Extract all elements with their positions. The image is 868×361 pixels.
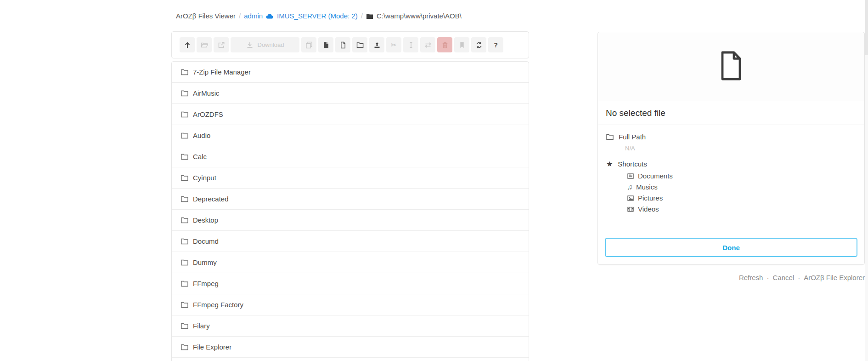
file-properties: Full Path N/A ★ Shortcuts Documents ♫ Mu…: [598, 125, 864, 213]
upload-button[interactable]: [369, 37, 384, 52]
file-row[interactable]: File Explorer: [172, 337, 529, 358]
file-row[interactable]: Filary: [172, 315, 529, 337]
delete-button[interactable]: [437, 37, 452, 52]
dot-separator: ·: [767, 274, 769, 281]
refresh-button[interactable]: [471, 37, 486, 52]
shortcut-pictures[interactable]: Pictures: [627, 194, 856, 202]
file-row[interactable]: Calc: [172, 146, 529, 167]
file-row[interactable]: AirMusic: [172, 83, 529, 104]
breadcrumb-separator: /: [239, 12, 241, 20]
folder-icon: [181, 90, 188, 97]
clone-button[interactable]: [301, 37, 316, 52]
new-file-button[interactable]: [335, 37, 350, 52]
folder-icon: [181, 153, 188, 160]
go-up-button[interactable]: [180, 37, 195, 52]
arrow-up-icon: [184, 41, 191, 49]
file-row[interactable]: Audio: [172, 125, 529, 146]
footer-links: Refresh · Cancel · ArOZβ File Explorer: [739, 274, 865, 281]
open-button[interactable]: [197, 37, 212, 52]
file-name: Calc: [193, 153, 207, 160]
file-explorer-link[interactable]: ArOZβ File Explorer: [804, 274, 865, 281]
file-name: Documd: [193, 237, 219, 245]
cut-button[interactable]: ✂: [386, 37, 401, 52]
file-name: AirMusic: [193, 89, 220, 97]
scissors-icon: ✂: [391, 41, 397, 48]
folder-icon: [606, 133, 614, 140]
shortcut-videos[interactable]: Videos: [627, 205, 856, 213]
shortcut-label: Musics: [636, 183, 658, 191]
clone-icon: [305, 41, 313, 49]
new-folder-icon: [356, 41, 364, 49]
folder-icon: [181, 238, 188, 245]
file-row[interactable]: Deprecated: [172, 189, 529, 210]
shortcut-documents[interactable]: Documents: [627, 172, 856, 180]
file-list: 7-Zip File Manager AirMusic ArOZDFS Audi…: [171, 61, 529, 361]
file-row[interactable]: Cyinput: [172, 167, 529, 189]
help-button[interactable]: ?: [488, 37, 503, 52]
file-row[interactable]: FFmpeg: [172, 273, 529, 294]
refresh-icon: [475, 41, 483, 49]
bookmark-button[interactable]: [454, 37, 469, 52]
full-path-value: N/A: [625, 145, 856, 152]
folder-icon: [181, 195, 188, 202]
cloud-icon: [266, 13, 274, 19]
paste-icon: [322, 41, 330, 49]
folder-icon: [181, 69, 188, 75]
videos-icon: [627, 206, 634, 213]
breadcrumb-user-link[interactable]: admin: [244, 12, 263, 20]
scrollbar-track[interactable]: [865, 0, 868, 361]
shortcut-musics[interactable]: ♫ Musics: [627, 183, 856, 191]
folder-open-icon: [201, 41, 208, 49]
breadcrumb-path: C:\wamp\www\private\AOB\: [377, 12, 462, 20]
pictures-icon: [627, 195, 634, 202]
breadcrumb-server-link[interactable]: IMUS_SERVER (Mode: 2): [277, 12, 358, 20]
folder-icon: [181, 111, 188, 118]
toolbar: Download ✂: [171, 31, 529, 58]
move-button[interactable]: [420, 37, 435, 52]
file-name: Cyinput: [193, 174, 216, 182]
download-icon: [246, 41, 254, 49]
done-button[interactable]: Done: [605, 238, 857, 257]
shortcut-label: Pictures: [638, 194, 663, 202]
swap-arrows-icon: [424, 41, 432, 49]
download-label: Download: [258, 41, 284, 48]
file-name: FFmpeg: [193, 280, 219, 287]
open-external-button[interactable]: [214, 37, 229, 52]
trash-icon: [441, 41, 449, 49]
shortcuts-row: ★ Shortcuts: [606, 160, 856, 168]
download-button[interactable]: Download: [231, 37, 299, 52]
folder-icon: [181, 259, 188, 266]
shortcut-label: Documents: [638, 172, 673, 180]
music-icon: ♫: [627, 183, 632, 191]
file-name: Deprecated: [193, 195, 229, 203]
file-row[interactable]: 7-Zip File Manager: [172, 62, 529, 83]
paste-button[interactable]: [318, 37, 333, 52]
full-path-row: Full Path: [606, 133, 856, 141]
new-folder-button[interactable]: [352, 37, 367, 52]
bookmark-icon: [458, 41, 466, 49]
rename-button[interactable]: [403, 37, 418, 52]
folder-icon: [181, 344, 188, 350]
file-inspector-panel: No selected file Full Path N/A ★ Shortcu…: [597, 32, 865, 265]
file-row[interactable]: FFmpeg Factory: [172, 294, 529, 315]
file-row[interactable]: Documd: [172, 231, 529, 252]
app-title: ArOZβ Files Viewer: [176, 12, 236, 20]
scrollbar-thumb[interactable]: [865, 0, 868, 55]
done-area: Done: [598, 231, 864, 264]
new-file-icon: [339, 41, 347, 49]
file-row[interactable]: ArOZDFS: [172, 104, 529, 125]
file-name: File Explorer: [193, 343, 231, 351]
folder-icon: [181, 174, 188, 181]
full-path-label: Full Path: [619, 133, 646, 141]
file-name: Desktop: [193, 216, 218, 224]
files-viewer-window: ArOZβ Files Viewer / admin IMUS_SERVER (…: [0, 0, 868, 361]
file-name: ArOZDFS: [193, 110, 223, 118]
cancel-link[interactable]: Cancel: [772, 274, 794, 281]
file-name: 7-Zip File Manager: [193, 68, 251, 76]
question-icon: ?: [494, 42, 498, 48]
file-name: Filary: [193, 322, 210, 330]
refresh-link[interactable]: Refresh: [739, 274, 763, 281]
file-row[interactable]: Dummy: [172, 252, 529, 273]
file-row[interactable]: Desktop: [172, 210, 529, 231]
breadcrumb-separator: /: [361, 12, 363, 20]
